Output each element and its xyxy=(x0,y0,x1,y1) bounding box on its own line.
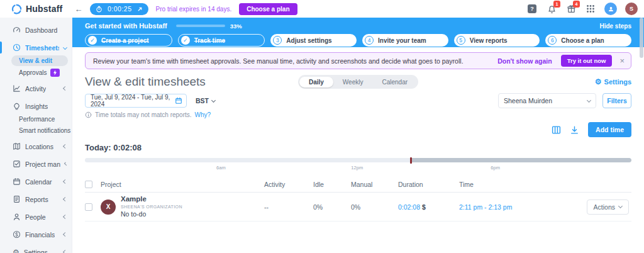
duration-value[interactable]: 0:02:08 xyxy=(398,203,420,211)
project-cell: X Xample SHEENA'S ORGANIZATION No to-do xyxy=(101,194,264,218)
step-number: 6 xyxy=(548,36,557,45)
sidebar-item-performance[interactable]: Performance xyxy=(0,113,72,125)
report-document-icon xyxy=(13,195,21,203)
sidebar-item-financials[interactable]: Financials xyxy=(0,227,72,242)
row-checkbox[interactable] xyxy=(85,203,92,211)
tab-weekly[interactable]: Weekly xyxy=(333,77,373,87)
step-number: 3 xyxy=(273,36,282,45)
chevron-down-icon xyxy=(63,45,67,50)
step-choose-plan[interactable]: 6 Choose a plan xyxy=(545,34,631,47)
chevron-left-icon xyxy=(63,179,67,184)
try-it-out-button[interactable]: Try it out now xyxy=(561,55,613,67)
time-range[interactable]: 2:11 pm - 2:13 pm xyxy=(459,203,566,211)
timer-widget[interactable]: 0:00:25 xyxy=(90,3,148,15)
tab-calendar[interactable]: Calendar xyxy=(372,77,417,87)
topbar-icons: ? 1 4 xyxy=(526,3,644,15)
chevron-down-icon xyxy=(587,98,591,102)
project-avatar: X xyxy=(101,200,116,215)
approvals-promo-banner: Review your team's time with timesheet a… xyxy=(85,52,631,69)
col-idle: Idle xyxy=(313,181,351,188)
sidebar-item-dashboard[interactable]: Dashboard xyxy=(0,23,72,37)
hide-steps-link[interactable]: Hide steps xyxy=(599,23,631,30)
scrollbar-thumb[interactable] xyxy=(640,18,643,58)
help-icon[interactable]: ? xyxy=(526,3,538,14)
gear-icon: ⚙ xyxy=(595,78,602,86)
sidebar-item-people[interactable]: People xyxy=(0,210,72,224)
organization-name: SHEENA'S ORGANIZATION xyxy=(121,204,182,210)
timeline-marker xyxy=(410,157,412,164)
sidebar-item-settings[interactable]: ⚙ Settings xyxy=(0,245,72,253)
notifications-badge: 1 xyxy=(553,1,560,8)
sidebar-item-approvals[interactable]: Approvals xyxy=(0,67,72,78)
add-time-button[interactable]: Add time xyxy=(588,122,631,137)
user-avatar[interactable]: S xyxy=(625,3,638,15)
sidebar-item-activity[interactable]: Activity xyxy=(0,81,72,96)
sidebar: Dashboard Timesheets View & edit Approva… xyxy=(0,18,72,253)
dashboard-icon xyxy=(13,26,21,34)
page-scrollbar[interactable] xyxy=(640,18,643,253)
close-icon[interactable]: × xyxy=(619,56,625,65)
actions-button[interactable]: Actions xyxy=(587,200,629,215)
columns-icon[interactable] xyxy=(552,125,561,135)
chevron-left-icon xyxy=(63,250,67,253)
filters-button[interactable]: Filters xyxy=(602,93,631,108)
select-all-checkbox[interactable] xyxy=(85,181,92,188)
chevron-left-icon xyxy=(63,197,67,201)
task-check-icon xyxy=(13,160,21,168)
sidebar-item-project-management[interactable]: Project management xyxy=(0,157,72,171)
timezone-dropdown[interactable]: BST xyxy=(196,97,215,104)
sidebar-item-locations[interactable]: Locations xyxy=(0,139,72,154)
sidebar-item-insights[interactable]: Insights xyxy=(0,99,72,113)
col-manual: Manual xyxy=(351,181,398,188)
sidebar-item-view-edit[interactable]: View & edit xyxy=(11,55,68,66)
sidebar-item-calendar[interactable]: Calendar xyxy=(0,174,72,189)
onboarding-steps: ✓ Create a project ✓ Track time 3 Adjust… xyxy=(85,34,631,47)
collapse-sidebar-icon[interactable]: ← xyxy=(72,4,85,14)
timeline-tick: 12pm xyxy=(351,165,363,171)
step-view-reports[interactable]: 5 View reports xyxy=(454,34,540,47)
organization-avatar[interactable] xyxy=(604,3,617,15)
lightning-icon xyxy=(53,70,57,76)
sidebar-item-smart-notifications[interactable]: Smart notifications xyxy=(0,125,72,136)
col-time: Time xyxy=(459,181,566,188)
onboarding-progress-track xyxy=(176,25,225,27)
day-timeline[interactable]: 6am 12pm 6pm xyxy=(85,158,631,172)
info-icon xyxy=(85,111,92,118)
lightbulb-icon xyxy=(13,102,21,110)
tab-daily[interactable]: Daily xyxy=(299,77,333,87)
download-icon[interactable] xyxy=(570,125,579,135)
info-text: Time totals may not match reports. xyxy=(95,111,192,118)
choose-plan-button[interactable]: Choose a plan xyxy=(239,3,297,15)
onboarding-bar: Get started with Hubstaff 33% Hide steps… xyxy=(72,18,644,47)
project-name[interactable]: Xample xyxy=(121,194,182,203)
timesheet-table: Project Activity Idle Manual Duration Ti… xyxy=(85,177,631,222)
trial-expiry-text: Pro trial expires in 14 days. xyxy=(156,6,232,13)
dont-show-again-link[interactable]: Don't show again xyxy=(497,57,552,65)
step-adjust-settings[interactable]: 3 Adjust settings xyxy=(270,34,357,47)
timeline-tick: 6pm xyxy=(491,165,500,171)
timesheet-settings-link[interactable]: ⚙ Settings xyxy=(418,78,631,86)
step-track-time[interactable]: ✓ Track time xyxy=(178,34,265,47)
chevron-down-icon xyxy=(618,204,623,208)
onboarding-progress-percent: 33% xyxy=(230,23,242,30)
sidebar-item-reports[interactable]: Reports xyxy=(0,192,72,206)
check-icon: ✓ xyxy=(88,36,97,45)
apps-grid-icon[interactable] xyxy=(585,3,596,14)
todo-label: No to-do xyxy=(121,210,182,219)
step-invite-team[interactable]: 4 Invite your team xyxy=(362,34,448,47)
onboarding-title: Get started with Hubstaff xyxy=(85,22,167,30)
member-select[interactable]: Sheena Muirden xyxy=(498,93,596,108)
chevron-left-icon xyxy=(63,232,67,237)
chevron-left-icon xyxy=(63,215,67,219)
stopwatch-icon xyxy=(96,6,103,13)
step-create-project[interactable]: ✓ Create a project xyxy=(85,34,172,47)
notifications-bell-icon[interactable]: 1 xyxy=(546,3,557,14)
chevron-left-icon xyxy=(64,162,67,166)
date-range-picker[interactable]: Tue, Jul 9, 2024 - Tue, Jul 9, 2024 xyxy=(85,94,187,108)
rewards-gift-icon[interactable]: 4 xyxy=(565,3,577,14)
sidebar-item-timesheets[interactable]: Timesheets xyxy=(0,40,72,55)
page-title: View & edit timesheets xyxy=(85,75,298,89)
hubstaff-logo[interactable]: Hubstaff xyxy=(0,4,72,14)
topbar: Hubstaff ← 0:00:25 Pro trial expires in … xyxy=(0,0,644,18)
why-link[interactable]: Why? xyxy=(195,111,211,118)
